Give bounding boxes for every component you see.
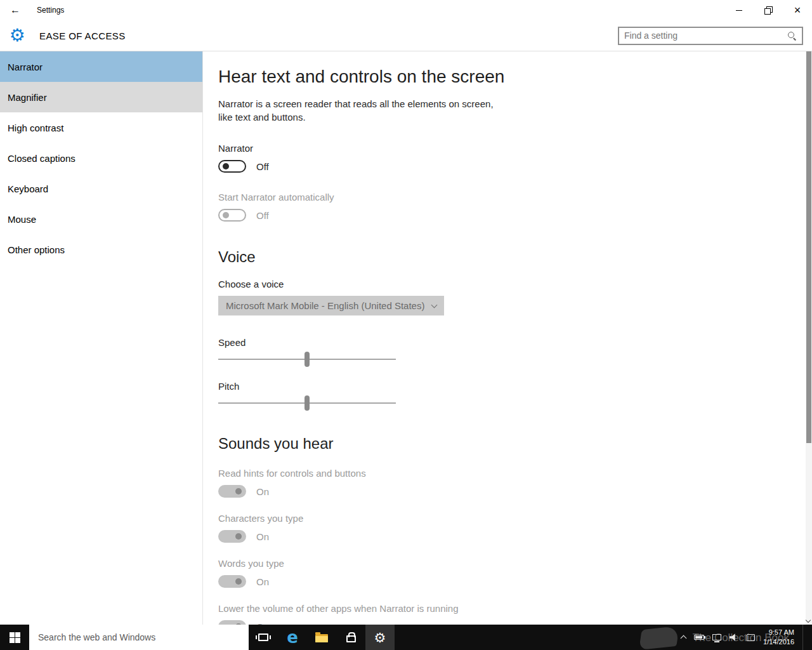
voice-dropdown-value: Microsoft Mark Mobile - English (United … [226, 300, 424, 311]
sidebar-item-high-contrast[interactable]: High contrast [0, 112, 202, 143]
start-narrator-label: Start Narrator automatically [218, 192, 812, 202]
scrollbar-thumb[interactable] [806, 51, 811, 443]
narrator-description: Narrator is a screen reader that reads a… [218, 97, 497, 124]
characters-you-type-toggle-state: On [256, 531, 269, 542]
speed-label: Speed [218, 337, 812, 348]
sidebar-item-keyboard[interactable]: Keyboard [0, 173, 202, 204]
store-button[interactable] [336, 625, 365, 650]
speed-slider-thumb[interactable] [304, 352, 310, 367]
words-you-type-toggle-row: On [218, 575, 812, 588]
read-hints-toggle[interactable] [218, 485, 246, 498]
voice-dropdown[interactable]: Microsoft Mark Mobile - English (United … [218, 296, 444, 315]
system-tray: 9:57 AM 1/14/2016 [681, 625, 812, 650]
narrator-toggle[interactable] [218, 160, 246, 173]
words-you-type-toggle-state: On [256, 576, 269, 587]
start-narrator-toggle-row: Off [218, 209, 812, 222]
pitch-label: Pitch [218, 381, 812, 392]
window-controls: × [724, 0, 812, 20]
lower-volume-toggle[interactable] [218, 620, 246, 625]
read-hints-toggle-row: On [218, 485, 812, 498]
narrator-toggle-label: Narrator [218, 143, 812, 154]
characters-you-type-label: Characters you type [218, 513, 812, 524]
close-button[interactable]: × [783, 0, 812, 20]
settings-taskbar-button[interactable]: ⚙ [365, 625, 395, 650]
window-title: Settings [37, 6, 64, 15]
minimize-icon [736, 10, 742, 11]
action-center-icon[interactable] [747, 634, 755, 641]
task-view-icon [258, 633, 268, 641]
scroll-down-icon[interactable] [806, 618, 811, 623]
store-bag-icon [346, 635, 356, 642]
sidebar-item-closed-captions[interactable]: Closed captions [0, 143, 202, 173]
edge-button[interactable]: e [278, 625, 307, 650]
back-icon: ← [10, 4, 20, 16]
sidebar-item-mouse[interactable]: Mouse [0, 204, 202, 234]
start-button[interactable] [0, 625, 29, 650]
show-desktop-button[interactable] [802, 625, 806, 650]
chevron-down-icon [431, 302, 438, 308]
narrator-toggle-row: Off [218, 160, 812, 173]
task-view-button[interactable] [249, 625, 278, 650]
voice-heading: Voice [218, 248, 812, 266]
words-you-type-label: Words you type [218, 558, 812, 569]
start-narrator-toggle-state: Off [256, 210, 269, 221]
back-button[interactable]: ← [0, 0, 30, 20]
start-narrator-toggle[interactable] [218, 209, 246, 222]
characters-you-type-toggle-row: On [218, 530, 812, 543]
sidebar-item-other-options[interactable]: Other options [0, 234, 202, 265]
choose-voice-label: Choose a voice [218, 279, 812, 289]
section-heading: Hear text and controls on the screen [218, 67, 812, 87]
close-icon: × [794, 4, 801, 16]
sounds-heading: Sounds you hear [218, 435, 812, 453]
pitch-slider-thumb[interactable] [304, 395, 310, 411]
pitch-slider[interactable] [218, 395, 396, 411]
search-box[interactable] [618, 27, 803, 45]
restore-icon [764, 6, 772, 14]
taskbar-search-input[interactable] [29, 632, 249, 642]
page-title: EASE OF ACCESS [39, 30, 126, 41]
settings-window: ← Settings × ⚙ EASE OF ACCESS Narrator M… [0, 0, 812, 650]
toggle-knob [235, 488, 242, 494]
toggle-knob [235, 533, 242, 540]
minimize-button[interactable] [724, 0, 754, 20]
lower-volume-label: Lower the volume of other apps when Narr… [218, 603, 812, 614]
search-icon [787, 31, 797, 41]
sidebar-item-magnifier[interactable]: Magnifier [0, 82, 202, 112]
characters-you-type-toggle[interactable] [218, 530, 246, 543]
narrator-toggle-state: Off [256, 161, 269, 172]
sidebar-item-narrator[interactable]: Narrator [0, 51, 202, 82]
sidebar: Narrator Magnifier High contrast Closed … [0, 51, 203, 625]
file-explorer-button[interactable] [307, 625, 336, 650]
page-header: ⚙ EASE OF ACCESS [0, 20, 812, 51]
speed-slider[interactable] [218, 352, 396, 367]
volume-icon[interactable] [730, 633, 738, 641]
read-hints-label: Read hints for controls and buttons [218, 468, 812, 479]
windows-logo-icon [10, 632, 20, 643]
taskbar: e ⚙ 9:57 AM 1/14/2016 [0, 625, 812, 650]
clock-date: 1/14/2016 [763, 637, 794, 647]
toggle-knob [235, 578, 242, 585]
content-panel: Hear text and controls on the screen Nar… [203, 51, 812, 625]
scrollbar[interactable] [806, 51, 812, 625]
tray-expand-icon[interactable] [681, 635, 687, 642]
toggle-knob [223, 163, 229, 169]
titlebar: ← Settings × [0, 0, 812, 20]
main-area: Narrator Magnifier High contrast Closed … [0, 51, 812, 625]
settings-gear-icon: ⚙ [6, 27, 28, 44]
edge-icon: e [287, 629, 298, 646]
toggle-knob [223, 212, 229, 218]
network-icon[interactable] [712, 634, 721, 640]
gear-icon: ⚙ [374, 631, 386, 644]
search-input[interactable] [619, 30, 787, 41]
read-hints-toggle-state: On [256, 486, 269, 497]
words-you-type-toggle[interactable] [218, 575, 246, 588]
battery-icon[interactable] [694, 635, 704, 640]
clock-time: 9:57 AM [763, 628, 794, 637]
restore-button[interactable] [754, 0, 783, 20]
taskbar-clock[interactable]: 9:57 AM 1/14/2016 [763, 628, 794, 647]
folder-icon [315, 634, 328, 642]
taskbar-search[interactable] [29, 625, 249, 650]
lower-volume-toggle-row: On [218, 620, 812, 625]
